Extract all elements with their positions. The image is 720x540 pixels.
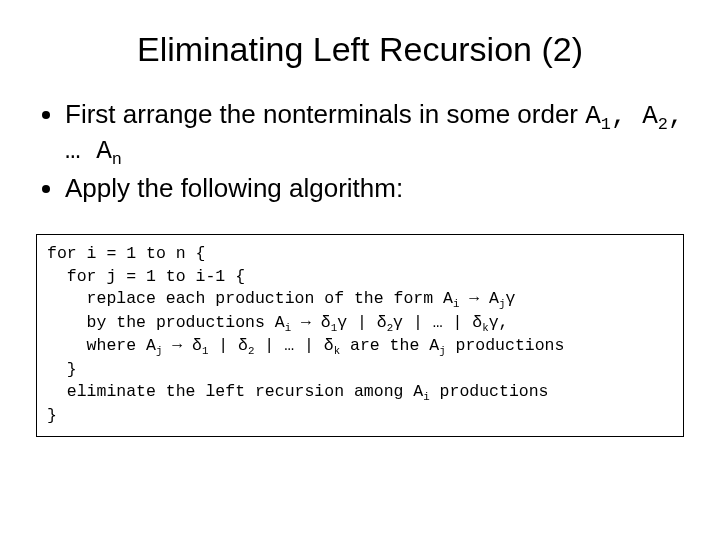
code-line-2: for j = 1 to i-1 { [47,267,245,286]
code-line-6: } [47,360,77,379]
code-line-4d: γ | … | δ [393,313,482,332]
sym-a1: A [585,101,601,131]
slide-title: Eliminating Left Recursion (2) [30,30,690,69]
slide: Eliminating Left Recursion (2) First arr… [0,0,720,540]
code-line-4e: γ, [489,313,509,332]
code-line-3a: replace each production of the form A [47,289,453,308]
sym-a2: A [642,101,658,131]
code-line-5e: are the A [340,336,439,355]
sym-an: A [96,136,112,166]
bullet-1-text: First arrange the nonterminals in some o… [65,99,585,129]
code-line-5a: where A [47,336,156,355]
code-line-4c: γ | δ [337,313,387,332]
code-line-7b: productions [430,382,549,401]
code-line-4a: by the productions A [47,313,285,332]
comma-1: , [611,101,642,131]
sub-1: 1 [601,115,611,134]
code-line-7a: eliminate the left recursion among A [47,382,423,401]
code-line-5b: → δ [162,336,202,355]
code-line-5d: | … | δ [254,336,333,355]
code-line-5f: productions [446,336,565,355]
algorithm-codebox: for i = 1 to n { for j = 1 to i-1 { repl… [36,234,684,436]
code-line-3c: γ [505,289,515,308]
code-line-4b: → δ [291,313,331,332]
sub-2: 2 [658,115,668,134]
bullet-list: First arrange the nonterminals in some o… [30,99,690,204]
bullet-1: First arrange the nonterminals in some o… [65,99,690,169]
bullet-2: Apply the following algorithm: [65,173,690,204]
code-line-5c: | δ [208,336,248,355]
code-line-1: for i = 1 to n { [47,244,205,263]
sub-n: n [112,150,122,169]
code-line-3b: → A [459,289,499,308]
code-line-8: } [47,406,57,425]
